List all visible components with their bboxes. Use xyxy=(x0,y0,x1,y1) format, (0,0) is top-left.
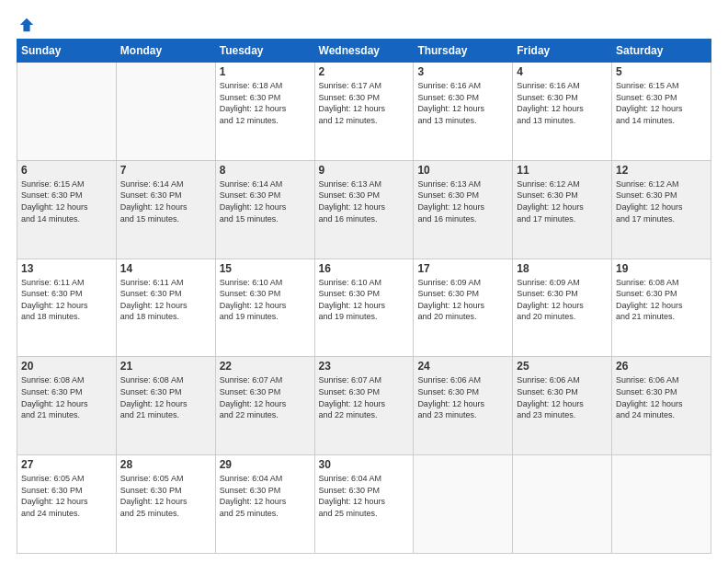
day-number: 9 xyxy=(319,164,410,177)
day-number: 24 xyxy=(417,360,508,373)
calendar-cell: 19Sunrise: 6:08 AM Sunset: 6:30 PM Dayli… xyxy=(612,259,711,357)
calendar-cell xyxy=(414,455,513,554)
calendar-cell: 18Sunrise: 6:09 AM Sunset: 6:30 PM Dayli… xyxy=(513,259,612,357)
day-number: 11 xyxy=(517,164,608,177)
day-number: 28 xyxy=(120,458,211,471)
day-info: Sunrise: 6:17 AM Sunset: 6:30 PM Dayligh… xyxy=(319,80,410,126)
calendar-cell xyxy=(17,63,117,161)
day-number: 8 xyxy=(220,164,311,177)
calendar-week-row: 13Sunrise: 6:11 AM Sunset: 6:30 PM Dayli… xyxy=(17,259,711,357)
calendar-cell xyxy=(116,63,215,161)
day-number: 20 xyxy=(21,360,112,373)
header xyxy=(17,17,711,29)
day-number: 17 xyxy=(417,262,508,275)
day-number: 19 xyxy=(616,262,707,275)
calendar-cell: 13Sunrise: 6:11 AM Sunset: 6:30 PM Dayli… xyxy=(17,259,117,357)
calendar-cell: 11Sunrise: 6:12 AM Sunset: 6:30 PM Dayli… xyxy=(513,160,612,259)
day-info: Sunrise: 6:09 AM Sunset: 6:30 PM Dayligh… xyxy=(417,277,508,323)
calendar-cell: 20Sunrise: 6:08 AM Sunset: 6:30 PM Dayli… xyxy=(17,357,117,455)
logo xyxy=(17,17,35,29)
calendar-cell: 3Sunrise: 6:16 AM Sunset: 6:30 PM Daylig… xyxy=(414,63,513,161)
calendar-cell xyxy=(612,455,711,554)
calendar-cell: 26Sunrise: 6:06 AM Sunset: 6:30 PM Dayli… xyxy=(612,357,711,455)
calendar-week-row: 27Sunrise: 6:05 AM Sunset: 6:30 PM Dayli… xyxy=(17,455,711,554)
col-sunday: Sunday xyxy=(17,40,117,63)
day-info: Sunrise: 6:08 AM Sunset: 6:30 PM Dayligh… xyxy=(120,374,211,420)
day-info: Sunrise: 6:18 AM Sunset: 6:30 PM Dayligh… xyxy=(220,80,311,126)
day-number: 12 xyxy=(616,164,707,177)
calendar-cell: 16Sunrise: 6:10 AM Sunset: 6:30 PM Dayli… xyxy=(314,259,414,357)
calendar-cell: 4Sunrise: 6:16 AM Sunset: 6:30 PM Daylig… xyxy=(513,63,612,161)
calendar-cell: 9Sunrise: 6:13 AM Sunset: 6:30 PM Daylig… xyxy=(314,160,414,259)
day-info: Sunrise: 6:16 AM Sunset: 6:30 PM Dayligh… xyxy=(517,80,608,126)
calendar-cell: 27Sunrise: 6:05 AM Sunset: 6:30 PM Dayli… xyxy=(17,455,117,554)
day-info: Sunrise: 6:04 AM Sunset: 6:30 PM Dayligh… xyxy=(319,473,410,519)
day-number: 23 xyxy=(319,360,410,373)
calendar-cell: 10Sunrise: 6:13 AM Sunset: 6:30 PM Dayli… xyxy=(414,160,513,259)
day-info: Sunrise: 6:06 AM Sunset: 6:30 PM Dayligh… xyxy=(417,374,508,420)
calendar-cell xyxy=(513,455,612,554)
day-number: 5 xyxy=(616,65,707,78)
day-info: Sunrise: 6:08 AM Sunset: 6:30 PM Dayligh… xyxy=(616,277,707,323)
calendar-cell: 17Sunrise: 6:09 AM Sunset: 6:30 PM Dayli… xyxy=(414,259,513,357)
calendar-cell: 1Sunrise: 6:18 AM Sunset: 6:30 PM Daylig… xyxy=(215,63,314,161)
col-saturday: Saturday xyxy=(612,40,711,63)
day-info: Sunrise: 6:12 AM Sunset: 6:30 PM Dayligh… xyxy=(517,178,608,224)
day-info: Sunrise: 6:09 AM Sunset: 6:30 PM Dayligh… xyxy=(517,277,608,323)
day-number: 4 xyxy=(517,65,608,78)
calendar-cell: 30Sunrise: 6:04 AM Sunset: 6:30 PM Dayli… xyxy=(314,455,414,554)
calendar-cell: 14Sunrise: 6:11 AM Sunset: 6:30 PM Dayli… xyxy=(116,259,215,357)
day-info: Sunrise: 6:06 AM Sunset: 6:30 PM Dayligh… xyxy=(616,374,707,420)
calendar-cell: 15Sunrise: 6:10 AM Sunset: 6:30 PM Dayli… xyxy=(215,259,314,357)
col-wednesday: Wednesday xyxy=(314,40,414,63)
calendar-week-row: 20Sunrise: 6:08 AM Sunset: 6:30 PM Dayli… xyxy=(17,357,711,455)
calendar-cell: 28Sunrise: 6:05 AM Sunset: 6:30 PM Dayli… xyxy=(116,455,215,554)
day-number: 30 xyxy=(319,458,410,471)
day-info: Sunrise: 6:04 AM Sunset: 6:30 PM Dayligh… xyxy=(220,473,311,519)
day-number: 21 xyxy=(120,360,211,373)
day-info: Sunrise: 6:15 AM Sunset: 6:30 PM Dayligh… xyxy=(21,178,112,224)
day-number: 18 xyxy=(517,262,608,275)
day-info: Sunrise: 6:11 AM Sunset: 6:30 PM Dayligh… xyxy=(21,277,112,323)
calendar-cell: 29Sunrise: 6:04 AM Sunset: 6:30 PM Dayli… xyxy=(215,455,314,554)
calendar-header-row: Sunday Monday Tuesday Wednesday Thursday… xyxy=(17,40,711,63)
calendar-cell: 24Sunrise: 6:06 AM Sunset: 6:30 PM Dayli… xyxy=(414,357,513,455)
day-number: 29 xyxy=(220,458,311,471)
day-info: Sunrise: 6:10 AM Sunset: 6:30 PM Dayligh… xyxy=(319,277,410,323)
day-number: 10 xyxy=(417,164,508,177)
day-info: Sunrise: 6:07 AM Sunset: 6:30 PM Dayligh… xyxy=(220,374,311,420)
page: Sunday Monday Tuesday Wednesday Thursday… xyxy=(0,0,728,563)
day-info: Sunrise: 6:14 AM Sunset: 6:30 PM Dayligh… xyxy=(220,178,311,224)
col-thursday: Thursday xyxy=(414,40,513,63)
calendar-week-row: 1Sunrise: 6:18 AM Sunset: 6:30 PM Daylig… xyxy=(17,63,711,161)
day-info: Sunrise: 6:14 AM Sunset: 6:30 PM Dayligh… xyxy=(120,178,211,224)
day-number: 15 xyxy=(220,262,311,275)
calendar-cell: 6Sunrise: 6:15 AM Sunset: 6:30 PM Daylig… xyxy=(17,160,117,259)
calendar-cell: 23Sunrise: 6:07 AM Sunset: 6:30 PM Dayli… xyxy=(314,357,414,455)
day-number: 27 xyxy=(21,458,112,471)
calendar-cell: 21Sunrise: 6:08 AM Sunset: 6:30 PM Dayli… xyxy=(116,357,215,455)
day-info: Sunrise: 6:05 AM Sunset: 6:30 PM Dayligh… xyxy=(21,473,112,519)
day-number: 14 xyxy=(120,262,211,275)
day-info: Sunrise: 6:13 AM Sunset: 6:30 PM Dayligh… xyxy=(417,178,508,224)
col-monday: Monday xyxy=(116,40,215,63)
day-number: 2 xyxy=(319,65,410,78)
calendar-cell: 5Sunrise: 6:15 AM Sunset: 6:30 PM Daylig… xyxy=(612,63,711,161)
calendar-cell: 8Sunrise: 6:14 AM Sunset: 6:30 PM Daylig… xyxy=(215,160,314,259)
day-number: 7 xyxy=(120,164,211,177)
day-info: Sunrise: 6:07 AM Sunset: 6:30 PM Dayligh… xyxy=(319,374,410,420)
day-number: 26 xyxy=(616,360,707,373)
day-info: Sunrise: 6:06 AM Sunset: 6:30 PM Dayligh… xyxy=(517,374,608,420)
day-info: Sunrise: 6:05 AM Sunset: 6:30 PM Dayligh… xyxy=(120,473,211,519)
calendar-cell: 25Sunrise: 6:06 AM Sunset: 6:30 PM Dayli… xyxy=(513,357,612,455)
col-tuesday: Tuesday xyxy=(215,40,314,63)
logo-icon xyxy=(18,17,35,33)
day-number: 13 xyxy=(21,262,112,275)
day-number: 6 xyxy=(21,164,112,177)
day-info: Sunrise: 6:11 AM Sunset: 6:30 PM Dayligh… xyxy=(120,277,211,323)
day-number: 22 xyxy=(220,360,311,373)
calendar: Sunday Monday Tuesday Wednesday Thursday… xyxy=(17,39,711,554)
calendar-cell: 2Sunrise: 6:17 AM Sunset: 6:30 PM Daylig… xyxy=(314,63,414,161)
day-info: Sunrise: 6:16 AM Sunset: 6:30 PM Dayligh… xyxy=(417,80,508,126)
day-number: 16 xyxy=(319,262,410,275)
